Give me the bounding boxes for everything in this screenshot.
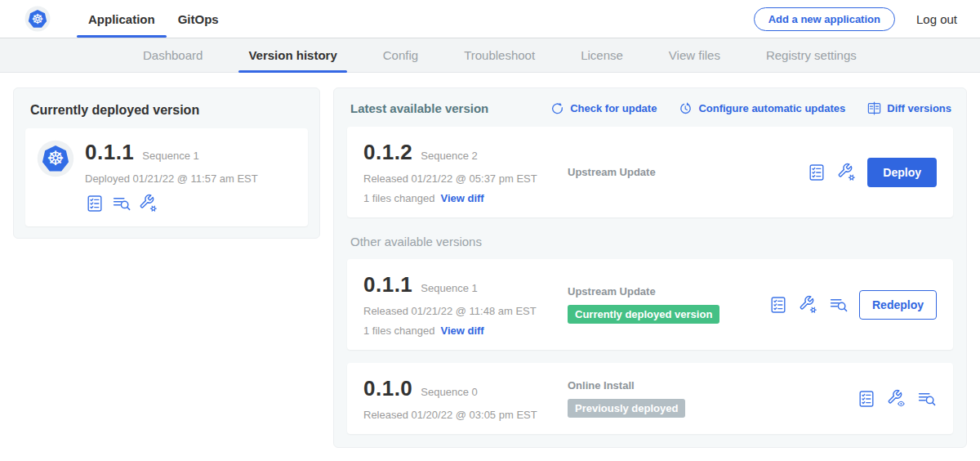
subnav-label-view-files: View files (669, 48, 720, 62)
deployed-sequence: Sequence 1 (142, 150, 198, 162)
files-changed: 1 files changed (363, 324, 434, 337)
currently-deployed-badge: Currently deployed version (568, 305, 719, 324)
subnav-label-troubleshoot: Troubleshoot (464, 48, 535, 62)
edit-config-icon[interactable] (799, 295, 818, 315)
version-number: 0.1.1 (363, 272, 412, 298)
release-notes-icon[interactable] (85, 194, 105, 213)
subnav-label-dashboard: Dashboard (143, 48, 203, 62)
tab-application-label: Application (88, 12, 155, 26)
deployed-timestamp: Deployed 01/21/22 @ 11:57 am EST (85, 172, 258, 185)
available-versions-panel: Latest available version Check for updat… (333, 87, 967, 448)
version-actions-column: Deploy (807, 158, 937, 187)
files-changed: 1 files changed (363, 192, 434, 204)
diff-versions-link[interactable]: Diff versions (866, 101, 951, 116)
diff-icon (866, 101, 882, 116)
tab-gitops[interactable]: GitOps (167, 0, 230, 38)
version-source-column: Online Install Previously deployed (568, 379, 845, 418)
version-card-0-1-1: 0.1.1 Sequence 1 Released 01/21/22 @ 11:… (347, 259, 953, 350)
subnav-item-dashboard[interactable]: Dashboard (133, 38, 212, 72)
diff-versions-label: Diff versions (887, 102, 951, 114)
subnav-item-config[interactable]: Config (373, 38, 428, 72)
version-info: 0.1.0 Sequence 0 Released 01/20/22 @ 03:… (363, 376, 568, 421)
redeploy-button[interactable]: Redeploy (859, 290, 937, 320)
version-source-column: Upstream Update Currently deployed versi… (568, 285, 757, 324)
subnav-label-version-history: Version history (248, 48, 336, 62)
currently-deployed-panel: Currently deployed version 0.1.1 Sequenc… (13, 87, 320, 239)
configure-automatic-updates-label: Configure automatic updates (698, 102, 845, 114)
version-actions-column (857, 389, 937, 409)
version-card-0-1-2: 0.1.2 Sequence 2 Released 01/21/22 @ 05:… (347, 127, 953, 217)
app-kubernetes-logo-icon (37, 140, 74, 177)
released-timestamp: Released 01/20/22 @ 03:05 pm EST (363, 409, 568, 421)
subnav-item-version-history[interactable]: Version history (238, 38, 346, 72)
add-application-button[interactable]: Add a new application (754, 7, 895, 31)
release-notes-icon[interactable] (807, 163, 826, 182)
view-config-icon[interactable] (887, 389, 906, 409)
version-number: 0.1.0 (363, 376, 412, 401)
subnav-label-registry-settings: Registry settings (766, 48, 857, 62)
refresh-icon (550, 101, 565, 116)
version-number: 0.1.2 (363, 140, 412, 165)
version-info: 0.1.1 Sequence 1 Released 01/21/22 @ 11:… (363, 272, 568, 337)
subnav-item-view-files[interactable]: View files (659, 38, 730, 72)
version-source-column: Upstream Update (568, 166, 795, 178)
subnav-item-troubleshoot[interactable]: Troubleshoot (454, 38, 545, 72)
latest-version-header: Latest available version (350, 101, 488, 115)
preflight-results-icon[interactable] (112, 194, 131, 213)
released-timestamp: Released 01/21/22 @ 11:48 am EST (363, 305, 568, 317)
release-notes-icon[interactable] (768, 295, 788, 315)
edit-config-icon[interactable] (139, 194, 158, 213)
subnav-item-registry-settings[interactable]: Registry settings (756, 38, 866, 72)
subnav-label-config: Config (383, 48, 418, 62)
version-actions-column: Redeploy (768, 290, 937, 320)
previously-deployed-badge: Previously deployed (568, 399, 685, 418)
latest-version-header-row: Latest available version Check for updat… (350, 101, 951, 116)
main-content: Currently deployed version 0.1.1 Sequenc… (0, 73, 980, 448)
subnav-label-license: License (581, 48, 623, 62)
preflight-results-icon[interactable] (829, 295, 849, 315)
version-source: Online Install (568, 379, 845, 392)
version-info: 0.1.2 Sequence 2 Released 01/21/22 @ 05:… (363, 140, 568, 204)
version-source: Upstream Update (568, 166, 795, 178)
tab-application[interactable]: Application (77, 0, 167, 38)
edit-config-icon[interactable] (837, 163, 857, 182)
release-notes-icon[interactable] (857, 389, 876, 409)
deployed-version-card: 0.1.1 Sequence 1 Deployed 01/21/22 @ 11:… (25, 128, 308, 226)
version-sequence: Sequence 0 (421, 386, 477, 398)
kubernetes-logo-icon (24, 6, 51, 32)
version-source: Upstream Update (568, 285, 757, 298)
schedule-update-icon (678, 101, 693, 116)
deploy-button[interactable]: Deploy (867, 158, 937, 187)
view-diff-link[interactable]: View diff (440, 192, 483, 204)
app-sub-nav: Dashboard Version history Config Trouble… (0, 38, 980, 73)
version-sequence: Sequence 2 (421, 150, 477, 162)
version-sequence: Sequence 1 (421, 282, 477, 294)
deployed-version-number: 0.1.1 (85, 140, 134, 165)
topnav-tabs: Application GitOps (77, 0, 230, 38)
view-diff-link[interactable]: View diff (440, 324, 483, 337)
subnav-item-license[interactable]: License (571, 38, 633, 72)
tab-gitops-label: GitOps (178, 12, 219, 26)
check-for-update-label: Check for update (570, 102, 657, 114)
check-for-update-link[interactable]: Check for update (550, 101, 657, 116)
deployed-panel-title: Currently deployed version (30, 103, 308, 118)
deployed-version-details: 0.1.1 Sequence 1 Deployed 01/21/22 @ 11:… (85, 140, 258, 213)
configure-automatic-updates-link[interactable]: Configure automatic updates (678, 101, 845, 116)
released-timestamp: Released 01/21/22 @ 05:37 pm EST (363, 172, 568, 185)
version-actions: Check for update Configure automatic upd… (550, 101, 951, 116)
other-versions-header: Other available versions (350, 235, 951, 248)
top-nav: Application GitOps Add a new application… (0, 0, 980, 38)
logout-link[interactable]: Log out (916, 12, 957, 26)
version-card-0-1-0: 0.1.0 Sequence 0 Released 01/20/22 @ 03:… (347, 363, 953, 434)
preflight-results-icon[interactable] (917, 389, 937, 409)
